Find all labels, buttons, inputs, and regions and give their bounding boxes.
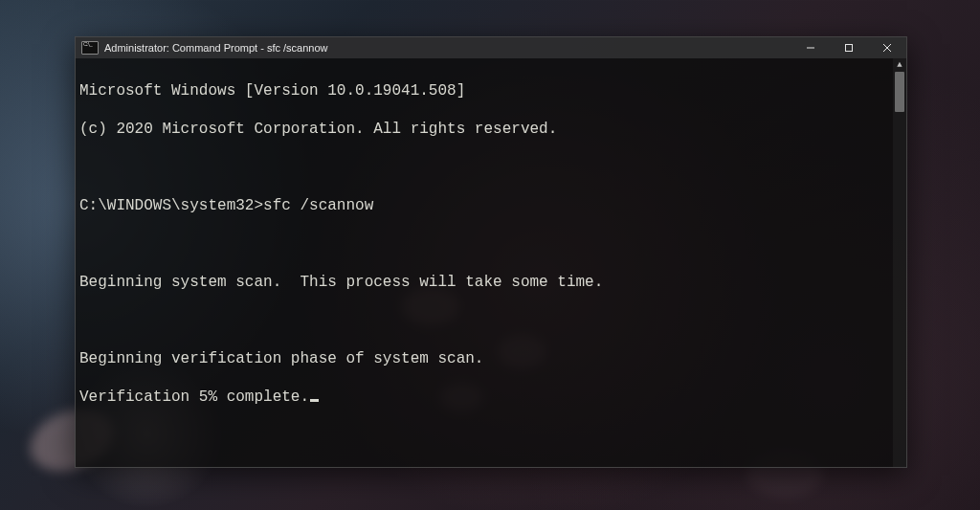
maximize-button[interactable] <box>830 37 868 58</box>
minimize-icon <box>806 43 815 53</box>
maximize-icon <box>844 43 854 53</box>
window-client-area: Microsoft Windows [Version 10.0.19041.50… <box>76 58 906 467</box>
entered-command: sfc /scannow <box>263 196 373 215</box>
vertical-scrollbar[interactable]: ▲ <box>893 58 906 467</box>
window-controls <box>791 37 906 58</box>
desktop-background: Administrator: Command Prompt - sfc /sca… <box>0 0 980 510</box>
begin-scan-line: Beginning system scan. This process will… <box>79 273 891 292</box>
terminal-output[interactable]: Microsoft Windows [Version 10.0.19041.50… <box>76 58 893 467</box>
copyright-line: (c) 2020 Microsoft Corporation. All righ… <box>79 120 891 139</box>
prompt-line: C:\WINDOWS\system32>sfc /scannow <box>79 196 891 215</box>
blank-line <box>79 234 891 254</box>
scroll-up-arrow-icon[interactable]: ▲ <box>893 58 906 72</box>
close-icon <box>882 43 892 53</box>
progress-line: Verification 5% complete. <box>79 388 891 407</box>
prompt-text: C:\WINDOWS\system32> <box>79 196 263 215</box>
text-cursor <box>310 399 319 402</box>
minimize-button[interactable] <box>791 37 830 58</box>
cmd-icon <box>81 41 99 55</box>
svg-rect-1 <box>846 45 853 52</box>
blank-line <box>79 311 891 330</box>
close-button[interactable] <box>868 37 906 58</box>
blank-line <box>79 158 891 177</box>
command-prompt-window: Administrator: Command Prompt - sfc /sca… <box>75 36 907 468</box>
progress-text: Verification 5% complete. <box>79 388 309 406</box>
version-line: Microsoft Windows [Version 10.0.19041.50… <box>79 81 891 100</box>
begin-verify-line: Beginning verification phase of system s… <box>79 349 891 368</box>
window-titlebar[interactable]: Administrator: Command Prompt - sfc /sca… <box>76 37 906 58</box>
scroll-thumb[interactable] <box>895 72 904 112</box>
window-title: Administrator: Command Prompt - sfc /sca… <box>104 42 791 54</box>
